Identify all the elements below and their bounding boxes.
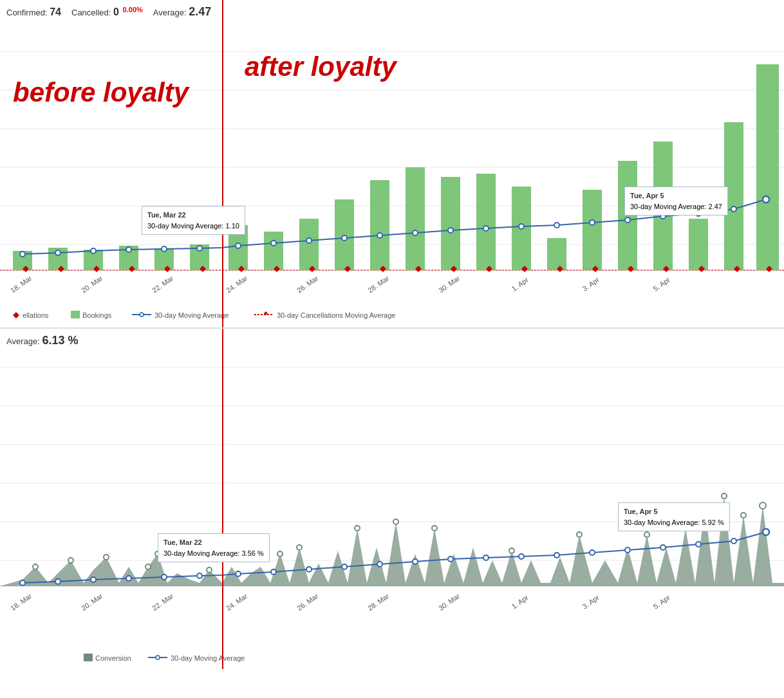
svg-point-125 bbox=[68, 558, 73, 563]
svg-point-119 bbox=[625, 547, 630, 553]
svg-rect-153 bbox=[84, 654, 93, 661]
svg-rect-25 bbox=[618, 161, 637, 270]
bookings-svg: 18. Mar 20. Mar 22. Mar 24. Mar 26. Mar … bbox=[0, 0, 784, 328]
svg-rect-24 bbox=[583, 190, 602, 270]
svg-point-126 bbox=[104, 555, 109, 560]
svg-text:5. Apr: 5. Apr bbox=[651, 275, 671, 293]
conversion-tooltip-mar22: Tue, Mar 22 30-day Moving Average: 3.56 … bbox=[158, 533, 270, 562]
svg-rect-15 bbox=[264, 232, 283, 270]
svg-text:Conversion: Conversion bbox=[95, 654, 131, 662]
svg-point-117 bbox=[554, 553, 559, 558]
svg-point-66 bbox=[519, 224, 524, 229]
svg-point-59 bbox=[271, 241, 276, 246]
svg-text:30-day Moving Average: 30-day Moving Average bbox=[171, 654, 245, 662]
svg-text:18. Mar: 18. Mar bbox=[9, 274, 33, 294]
svg-point-72 bbox=[731, 207, 736, 212]
svg-text:1. Apr: 1. Apr bbox=[510, 593, 530, 611]
svg-point-67 bbox=[554, 223, 559, 228]
svg-point-52 bbox=[20, 252, 25, 257]
cancelled-pct: 0.00% bbox=[123, 6, 143, 14]
cancelled-stat: Cancelled: 0 0.00% bbox=[71, 6, 143, 18]
svg-text:20. Mar: 20. Mar bbox=[80, 274, 104, 294]
svg-text:20. Mar: 20. Mar bbox=[80, 592, 104, 612]
svg-point-113 bbox=[413, 559, 418, 564]
svg-text:30. Mar: 30. Mar bbox=[437, 592, 462, 612]
conv-tooltip1-line1: 30-day Moving Average: 3.56 % bbox=[163, 549, 264, 557]
cancelled-value: 0 bbox=[113, 6, 119, 17]
tooltip2-line1: 30-day Moving Average: 2.47 bbox=[630, 203, 722, 210]
svg-point-115 bbox=[483, 555, 489, 560]
vertical-divider-line bbox=[222, 0, 223, 327]
confirmed-stat: Confirmed: 74 bbox=[6, 6, 61, 18]
svg-point-73 bbox=[763, 196, 769, 203]
bookings-chart: Confirmed: 74 Cancelled: 0 0.00% Average… bbox=[0, 0, 784, 328]
svg-point-103 bbox=[55, 579, 61, 584]
svg-rect-27 bbox=[689, 219, 708, 270]
svg-point-156 bbox=[156, 656, 160, 659]
svg-point-111 bbox=[342, 564, 347, 569]
svg-point-62 bbox=[377, 233, 382, 238]
conversion-tooltip-apr5: Tue, Apr 5 30-day Moving Average: 5.92 % bbox=[618, 502, 730, 531]
svg-point-137 bbox=[644, 532, 649, 537]
svg-point-108 bbox=[236, 571, 241, 576]
confirmed-label: Confirmed: bbox=[6, 8, 48, 17]
svg-text:30-day Cancellations Moving Av: 30-day Cancellations Moving Average bbox=[277, 311, 395, 319]
svg-rect-23 bbox=[547, 238, 566, 270]
svg-text:3. Apr: 3. Apr bbox=[581, 275, 601, 293]
svg-rect-20 bbox=[441, 177, 460, 270]
svg-point-132 bbox=[355, 526, 360, 531]
conversion-chart: Average: 6.13 % bbox=[0, 328, 784, 669]
svg-point-56 bbox=[162, 246, 167, 252]
svg-point-53 bbox=[55, 250, 61, 255]
svg-point-116 bbox=[519, 554, 524, 559]
svg-point-131 bbox=[297, 545, 302, 550]
svg-point-112 bbox=[377, 562, 382, 567]
svg-point-118 bbox=[590, 550, 595, 555]
confirmed-value: 74 bbox=[50, 6, 61, 17]
svg-text:1. Apr: 1. Apr bbox=[510, 275, 530, 293]
conversion-svg: 18. Mar 20. Mar 22. Mar 24. Mar 26. Mar … bbox=[0, 329, 784, 670]
svg-point-134 bbox=[432, 526, 437, 531]
svg-point-130 bbox=[277, 551, 283, 556]
conversion-average-value: 6.13 % bbox=[42, 334, 78, 347]
svg-point-102 bbox=[20, 580, 25, 585]
bookings-tooltip-apr5: Tue, Apr 5 30-day Moving Average: 2.47 bbox=[624, 187, 728, 216]
svg-point-54 bbox=[91, 248, 96, 253]
svg-point-142 bbox=[760, 502, 766, 509]
cancelled-label: Cancelled: bbox=[71, 8, 111, 17]
svg-text:24. Mar: 24. Mar bbox=[225, 592, 249, 612]
svg-rect-16 bbox=[299, 219, 319, 270]
svg-rect-29 bbox=[756, 64, 779, 270]
svg-point-141 bbox=[741, 513, 746, 518]
svg-point-123 bbox=[763, 529, 769, 535]
svg-text:ellations: ellations bbox=[23, 311, 49, 319]
average-stat: Average: 2.47 bbox=[153, 5, 211, 19]
svg-text:5. Apr: 5. Apr bbox=[651, 593, 671, 611]
svg-rect-86 bbox=[71, 311, 80, 318]
after-loyalty-label: after loyalty bbox=[245, 51, 397, 82]
svg-point-127 bbox=[145, 564, 151, 569]
svg-text:30. Mar: 30. Mar bbox=[437, 274, 462, 294]
svg-point-140 bbox=[722, 493, 727, 499]
svg-point-69 bbox=[625, 217, 630, 223]
bookings-tooltip-mar22: Tue, Mar 22 30-day Moving Average: 1.10 bbox=[142, 206, 245, 235]
svg-point-106 bbox=[162, 574, 167, 580]
svg-rect-21 bbox=[476, 174, 496, 270]
svg-text:30-day Moving Average: 30-day Moving Average bbox=[154, 311, 229, 319]
svg-text:26. Mar: 26. Mar bbox=[295, 592, 320, 612]
svg-point-89 bbox=[140, 313, 144, 317]
svg-text:22. Mar: 22. Mar bbox=[151, 274, 175, 294]
svg-point-58 bbox=[236, 243, 241, 248]
svg-point-104 bbox=[91, 577, 96, 582]
svg-point-129 bbox=[207, 567, 212, 573]
svg-text:22. Mar: 22. Mar bbox=[151, 592, 175, 612]
svg-point-122 bbox=[731, 538, 736, 544]
conv-tooltip2-date: Tue, Apr 5 bbox=[624, 508, 658, 515]
conversion-average-bar: Average: 6.13 % bbox=[0, 334, 784, 347]
average-label: Average: bbox=[153, 8, 187, 17]
svg-rect-18 bbox=[370, 180, 389, 270]
tooltip1-line1: 30-day Moving Average: 1.10 bbox=[147, 222, 239, 230]
svg-text:24. Mar: 24. Mar bbox=[225, 274, 249, 294]
svg-point-133 bbox=[393, 519, 398, 524]
svg-point-60 bbox=[306, 238, 312, 243]
